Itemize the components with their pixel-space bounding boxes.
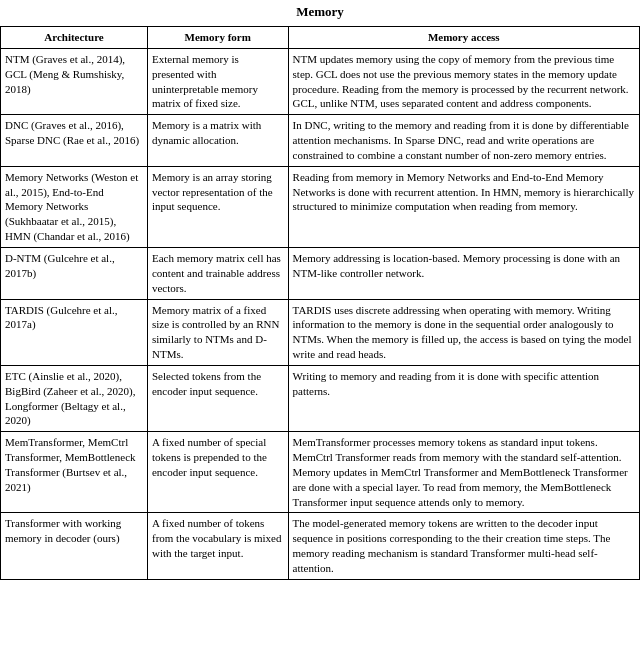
header-architecture: Architecture bbox=[1, 27, 148, 49]
cell-architecture: ETC (Ainslie et al., 2020), BigBird (Zah… bbox=[1, 365, 148, 431]
table-row: Transformer with working memory in decod… bbox=[1, 513, 640, 579]
table-row: DNC (Graves et al., 2016), Sparse DNC (R… bbox=[1, 115, 640, 167]
cell-memory-form: Selected tokens from the encoder input s… bbox=[147, 365, 288, 431]
table-header-row: Architecture Memory form Memory access bbox=[1, 27, 640, 49]
cell-architecture: DNC (Graves et al., 2016), Sparse DNC (R… bbox=[1, 115, 148, 167]
cell-memory-access: TARDIS uses discrete addressing when ope… bbox=[288, 299, 639, 365]
page-title: Memory bbox=[0, 0, 640, 26]
cell-memory-form: Memory is an array storing vector repres… bbox=[147, 166, 288, 247]
table-row: D-NTM (Gulcehre et al., 2017b)Each memor… bbox=[1, 247, 640, 299]
table-row: Memory Networks (Weston et al., 2015), E… bbox=[1, 166, 640, 247]
table-row: TARDIS (Gulcehre et al., 2017a)Memory ma… bbox=[1, 299, 640, 365]
cell-memory-access: The model-generated memory tokens are wr… bbox=[288, 513, 639, 579]
table-row: ETC (Ainslie et al., 2020), BigBird (Zah… bbox=[1, 365, 640, 431]
cell-memory-form: Each memory matrix cell has content and … bbox=[147, 247, 288, 299]
cell-architecture: TARDIS (Gulcehre et al., 2017a) bbox=[1, 299, 148, 365]
cell-architecture: NTM (Graves et al., 2014), GCL (Meng & R… bbox=[1, 48, 148, 114]
cell-memory-access: NTM updates memory using the copy of mem… bbox=[288, 48, 639, 114]
cell-architecture: Memory Networks (Weston et al., 2015), E… bbox=[1, 166, 148, 247]
cell-memory-access: Memory addressing is location-based. Mem… bbox=[288, 247, 639, 299]
table-row: MemTransformer, MemCtrl Transformer, Mem… bbox=[1, 432, 640, 513]
cell-memory-form: A fixed number of special tokens is prep… bbox=[147, 432, 288, 513]
cell-architecture: D-NTM (Gulcehre et al., 2017b) bbox=[1, 247, 148, 299]
cell-memory-access: Reading from memory in Memory Networks a… bbox=[288, 166, 639, 247]
cell-memory-form: External memory is presented with uninte… bbox=[147, 48, 288, 114]
cell-memory-form: Memory is a matrix with dynamic allocati… bbox=[147, 115, 288, 167]
cell-memory-form: A fixed number of tokens from the vocabu… bbox=[147, 513, 288, 579]
header-memory-form: Memory form bbox=[147, 27, 288, 49]
cell-memory-access: In DNC, writing to the memory and readin… bbox=[288, 115, 639, 167]
cell-architecture: Transformer with working memory in decod… bbox=[1, 513, 148, 579]
cell-memory-access: Writing to memory and reading from it is… bbox=[288, 365, 639, 431]
cell-memory-access: MemTransformer processes memory tokens a… bbox=[288, 432, 639, 513]
table-row: NTM (Graves et al., 2014), GCL (Meng & R… bbox=[1, 48, 640, 114]
comparison-table: Architecture Memory form Memory access N… bbox=[0, 26, 640, 580]
cell-architecture: MemTransformer, MemCtrl Transformer, Mem… bbox=[1, 432, 148, 513]
header-memory-access: Memory access bbox=[288, 27, 639, 49]
cell-memory-form: Memory matrix of a fixed size is control… bbox=[147, 299, 288, 365]
